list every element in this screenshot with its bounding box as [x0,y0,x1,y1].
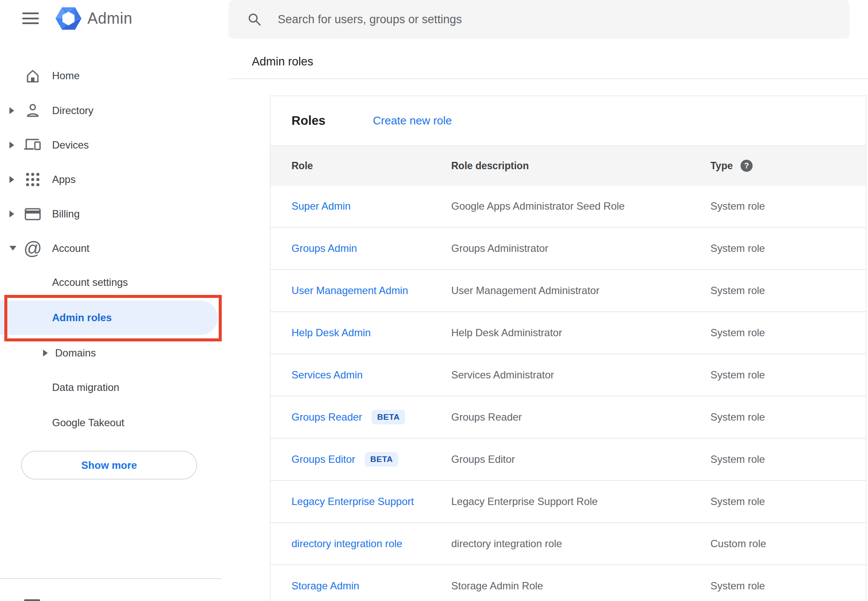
chevron-right-icon[interactable] [9,107,14,114]
role-description: directory integration role [451,538,710,550]
role-cell: Groups Reader BETA [291,410,451,424]
sidebar-divider [0,578,221,579]
sidebar-item-devices[interactable]: Devices [0,128,221,162]
role-cell: Groups Admin [291,242,451,254]
create-new-role-link[interactable]: Create new role [373,114,452,127]
role-type: Custom role [710,538,866,550]
table-row: Legacy Enterprise Support Legacy Enterpr… [270,481,866,523]
help-icon[interactable]: ? [741,160,753,172]
admin-console: Admin Admin roles Home [0,0,868,601]
role-description: Legacy Enterprise Support Role [451,496,710,508]
menu-hamburger-icon[interactable] [22,12,39,24]
sidebar-item-label: Account [52,242,90,254]
person-icon [23,101,42,120]
role-link[interactable]: directory integration role [291,538,402,550]
roles-card: Roles Create new role Role Role descript… [270,96,866,601]
role-type: System role [710,285,866,297]
roles-table-header: Role Role description Type ? [270,146,866,186]
role-cell: Legacy Enterprise Support [291,496,451,508]
search-icon [248,12,261,26]
sidebar-item-account[interactable]: @ Account [0,231,221,266]
beta-badge: BETA [365,452,398,467]
role-cell: Help Desk Admin [291,327,451,339]
sidebar-item-directory[interactable]: Directory [0,93,221,128]
table-row: directory integration role directory int… [270,523,866,565]
table-row: User Management Admin User Management Ad… [270,270,866,312]
sidebar-item-data-migration[interactable]: Data migration [0,370,221,405]
sidebar-item-google-takeout[interactable]: Google Takeout [0,406,221,440]
feedback-icon[interactable] [24,599,40,601]
chevron-right-icon[interactable] [43,350,48,356]
table-row: Help Desk Admin Help Desk Administrator … [270,312,866,354]
roles-title: Roles [291,114,326,128]
roles-table-body: Super Admin Google Apps Administrator Se… [270,186,866,601]
chevron-down-icon[interactable] [9,246,16,251]
sidebar-item-account-settings[interactable]: Account settings [0,265,221,300]
role-link[interactable]: Groups Reader [291,411,362,423]
role-link[interactable]: Help Desk Admin [291,327,371,339]
devices-icon [23,136,42,155]
role-cell: User Management Admin [291,285,451,297]
table-row: Groups Admin Groups Administrator System… [270,228,866,270]
sidebar-item-label: Data migration [52,381,119,393]
header-divider [229,78,868,79]
role-cell: Services Admin [291,369,451,381]
role-cell: Storage Admin [291,580,451,592]
sidebar-item-label: Domains [55,347,96,359]
sidebar-item-home[interactable]: Home [0,59,221,93]
roles-card-titlebar: Roles Create new role [270,96,866,146]
role-link[interactable]: User Management Admin [291,285,408,297]
role-description: Storage Admin Role [451,580,710,592]
show-more-button[interactable]: Show more [21,451,197,480]
table-row: Storage Admin Storage Admin Role System … [270,565,866,601]
role-link[interactable]: Storage Admin [291,580,359,592]
chevron-right-icon[interactable] [9,176,14,183]
sidebar-item-admin-roles[interactable]: Admin roles [0,300,221,335]
at-sign-icon: @ [23,239,42,258]
role-link[interactable]: Groups Admin [291,242,357,254]
role-link[interactable]: Super Admin [291,200,350,212]
sidebar-item-label: Home [52,70,80,82]
breadcrumb: Admin roles [252,55,313,68]
sidebar-item-apps[interactable]: Apps [0,162,221,197]
sidebar-item-label: Directory [52,105,93,117]
role-description: Groups Editor [451,453,710,465]
product-title: Admin [87,9,133,28]
role-description: Help Desk Administrator [451,327,710,339]
role-description: Groups Administrator [451,242,710,254]
table-row: Groups Editor BETA Groups Editor System … [270,439,866,481]
column-header-role-description: Role description [451,160,710,172]
role-description: Groups Reader [451,411,710,423]
role-link[interactable]: Legacy Enterprise Support [291,496,414,508]
table-row: Services Admin Services Administrator Sy… [270,354,866,397]
role-description: Services Administrator [451,369,710,381]
role-link[interactable]: Services Admin [291,369,363,381]
sidebar-item-label: Apps [52,173,76,186]
role-type: System role [710,496,866,508]
sidebar-item-label: Account settings [52,276,128,288]
role-type: System role [710,453,866,465]
role-type: System role [710,411,866,423]
role-type: System role [710,580,866,592]
role-description: User Management Administrator [451,285,710,297]
chevron-right-icon[interactable] [9,142,14,149]
sidebar-item-billing[interactable]: Billing [0,197,221,231]
admin-logo-icon [55,5,82,32]
column-header-type: Type ? [710,160,866,172]
role-type: System role [710,327,866,339]
search-input[interactable] [278,13,849,26]
role-cell: Super Admin [291,200,451,212]
role-link[interactable]: Groups Editor [291,453,355,465]
table-row: Super Admin Google Apps Administrator Se… [270,186,866,228]
chevron-right-icon[interactable] [9,211,14,217]
column-header-role: Role [291,160,451,172]
role-type: System role [710,369,866,381]
sidebar-item-domains[interactable]: Domains [0,336,221,370]
search-bar[interactable] [229,0,849,39]
table-row: Groups Reader BETA Groups Reader System … [270,397,866,439]
role-type: System role [710,200,866,212]
role-cell: Groups Editor BETA [291,452,451,467]
credit-card-icon [23,204,42,223]
role-type: System role [710,242,866,254]
home-icon [23,66,42,85]
